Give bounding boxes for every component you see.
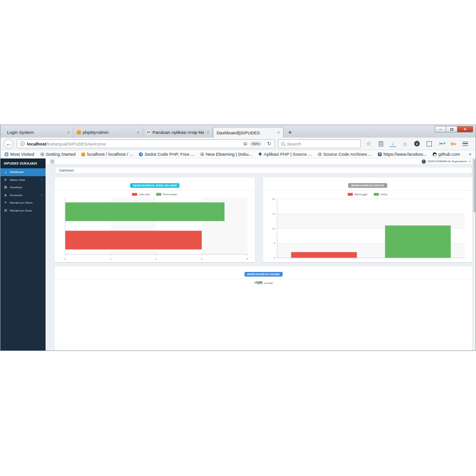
globe-icon	[318, 152, 322, 156]
navigation-toolbar: ← i localhost/bahanjual/SIPUDES/welcome …	[0, 138, 476, 150]
tab-close-icon[interactable]: ×	[277, 130, 280, 135]
gender-bar-chart: 02468	[59, 197, 251, 262]
svg-text:5: 5	[274, 242, 276, 245]
key-glyph	[450, 141, 456, 147]
github-icon	[433, 152, 436, 156]
page-scrollbar[interactable]	[472, 159, 476, 350]
sidebar-item-dashboard[interactable]: ⌂ Dashboard	[0, 168, 46, 176]
bookmark-github[interactable]: github.com	[433, 152, 460, 157]
bookmarks-menu-icon[interactable]	[377, 140, 384, 147]
menu-icon[interactable]	[462, 140, 469, 147]
bookmark-new-elearning[interactable]: New Elearning | Doku...	[200, 152, 252, 157]
sitemap-icon: ▦	[4, 185, 7, 189]
svg-text:4: 4	[155, 258, 157, 260]
tab-phpmyadmin[interactable]: phpMyAdmin ×	[73, 127, 143, 138]
sidebar-brand[interactable]: SIPUDES SUKAJADI	[0, 159, 46, 168]
svg-text:2: 2	[261, 282, 263, 285]
legend-item[interactable]: Laki-Laki	[132, 193, 150, 196]
minimize-button[interactable]: –	[435, 126, 446, 132]
legend-item[interactable]: Perempuan	[156, 193, 177, 196]
screenshot-frame-icon[interactable]	[426, 140, 432, 147]
bookmarks-overflow-chevron[interactable]: »	[469, 152, 471, 157]
back-button[interactable]: ←	[4, 139, 13, 149]
sidebar-item-penduduk[interactable]: ♟ Penduduk ›	[0, 192, 46, 199]
tab-close-icon[interactable]: ×	[136, 130, 139, 135]
bookmark-localhost[interactable]: localhost / localhost / ...	[81, 152, 133, 157]
bookmark-most-visited[interactable]: Most Visited	[5, 152, 34, 157]
chart-legend: Laki-LakiPerempuan	[59, 192, 251, 197]
new-tab-button[interactable]: +	[284, 127, 297, 138]
pocket-icon[interactable]: ∨	[414, 140, 420, 147]
chart-badge-status: BERDASARKAN STATUS	[348, 183, 387, 188]
tab-title: Panduan Aplikasi Arsip Mana	[152, 130, 204, 135]
bookmark-star-icon[interactable]: ☆	[365, 140, 372, 147]
svg-text:2: 2	[110, 258, 112, 260]
close-button[interactable]: ×	[457, 126, 473, 132]
search-box[interactable]	[278, 139, 361, 148]
status-bar-chart: 05101520	[267, 197, 469, 262]
screenshot-tool-icon[interactable]: ✂	[438, 140, 444, 147]
bookmark-aplikasi-php[interactable]: ✚Aplikasi PHP | Source ...	[258, 152, 311, 157]
user-menu[interactable]: DONI DAMARA As Superadmin ▼	[422, 159, 471, 164]
divider	[264, 141, 265, 146]
url-path: /bahanjual/SIPUDES/welcome	[46, 141, 106, 146]
sidebar: SIPUDES SUKAJADI ⌂ Dashboard ⚙ Master Da…	[0, 159, 46, 350]
avatar	[422, 159, 426, 164]
svg-text:10: 10	[272, 227, 275, 230]
url-bar[interactable]: i localhost/bahanjual/SIPUDES/welcome ▤ …	[17, 139, 275, 148]
reader-mode-icon[interactable]: ▤	[243, 141, 247, 146]
sidebar-item-manajemen-akses[interactable]: ✦ Manajemen Akses	[0, 199, 46, 207]
content-area: Dashboard BERDASARKAN JENIS KELAMIN Laki…	[46, 165, 476, 350]
search-icon	[281, 142, 284, 145]
bookmark-source-code-archives[interactable]: Source Code Archives ...	[318, 152, 372, 157]
legend-item[interactable]: 02468IslamKristenKatholikHinduBudhaKhong…	[254, 281, 273, 285]
tab-close-icon[interactable]: ×	[66, 130, 70, 135]
maximize-button[interactable]	[446, 126, 457, 132]
chevron-right-icon: ›	[41, 193, 42, 197]
tab-bar: Login System × phpMyAdmin × M Panduan Ap…	[0, 125, 476, 138]
svg-text:6: 6	[201, 258, 203, 260]
phpmyadmin-icon	[81, 152, 85, 156]
site-info-icon[interactable]: i	[20, 141, 25, 146]
search-input[interactable]	[287, 141, 357, 146]
tab-login-system[interactable]: Login System ×	[4, 127, 73, 138]
globe-icon	[40, 152, 44, 156]
chart-badge-gender: BERDASARKAN JENIS KELAMIN	[130, 183, 180, 188]
legend-item[interactable]: Hidup	[374, 193, 388, 196]
home-icon[interactable]: ⌂	[402, 140, 408, 147]
scrollbar-thumb[interactable]	[473, 159, 476, 212]
gear-icon: ⚙	[4, 178, 7, 182]
tab-dashboard-sipudes[interactable]: Dashboard||SIPUDES ×	[213, 127, 284, 138]
zoom-level-badge[interactable]: 50%	[250, 141, 262, 146]
sidebar-item-manajemen-desa[interactable]: ▤ Manajemen Desa	[0, 207, 46, 215]
password-key-icon[interactable]	[450, 140, 456, 147]
breadcrumb: Dashboard	[55, 167, 472, 174]
reload-icon[interactable]: ↻	[267, 141, 271, 147]
bookmark-getting-started[interactable]: Getting Started	[40, 152, 76, 157]
legend-item[interactable]: Meninggal	[348, 193, 367, 196]
agama-line-chart	[59, 285, 469, 350]
svg-text:15: 15	[272, 212, 275, 215]
maximize-icon	[450, 128, 453, 131]
main-area: DONI DAMARA As Superadmin ▼ Dashboard BE…	[46, 159, 476, 350]
sidebar-item-klasifikasi[interactable]: ▦ Klasifikasi	[0, 184, 46, 192]
user-name: DONI DAMARA As Superadmin	[428, 160, 467, 163]
tab-title: Dashboard||SIPUDES	[217, 130, 275, 135]
blue-circle-icon	[139, 152, 143, 156]
bookmark-sedot-code[interactable]: Sedot Code PHP, Free ...	[139, 152, 194, 157]
tab-panduan[interactable]: M Panduan Aplikasi Arsip Mana ×	[143, 127, 213, 138]
browser-window: Login System × phpMyAdmin × M Panduan Ap…	[0, 125, 476, 351]
svg-text:0: 0	[274, 257, 276, 259]
downloads-icon[interactable]: ↓	[390, 140, 396, 147]
gmail-favicon: M	[146, 130, 151, 134]
globe-icon	[200, 152, 204, 156]
village-icon: ▤	[4, 209, 7, 212]
bookmark-facebook[interactable]: fhttps://www.faceboo...	[378, 152, 427, 157]
caret-down-icon: ▼	[469, 160, 471, 163]
chevron-right-icon: ›	[41, 178, 42, 181]
tab-title: phpMyAdmin	[83, 130, 134, 135]
tab-close-icon[interactable]: ×	[206, 130, 209, 135]
most-visited-icon	[5, 152, 8, 156]
sidebar-item-master-data[interactable]: ⚙ Master Data ›	[0, 176, 46, 184]
app-menu-toggle-icon[interactable]	[50, 160, 54, 163]
